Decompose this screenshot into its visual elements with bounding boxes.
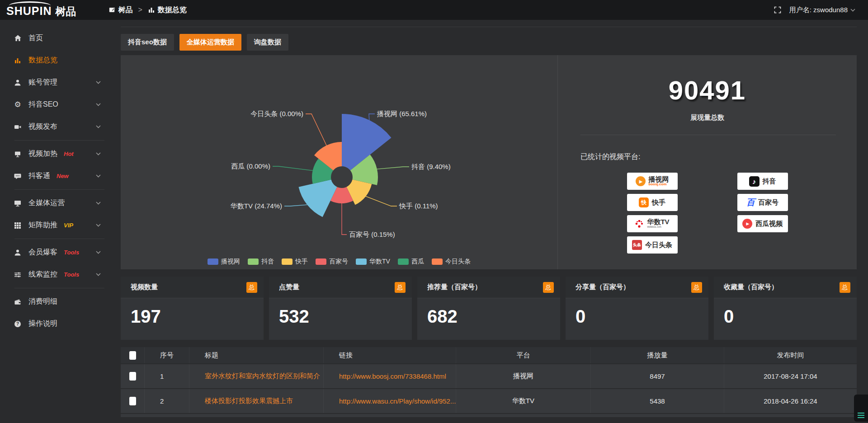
user-menu[interactable]: 用户名: zswodun88	[789, 6, 855, 14]
legend-item[interactable]: 快手	[282, 258, 308, 266]
chart-legend: 播视网 抖音 快手 百家号	[121, 258, 557, 266]
sidebar-item[interactable]: ? 操作说明	[0, 313, 119, 335]
topbar-right: 用户名: zswodun88	[774, 6, 855, 14]
header-divider	[121, 20, 857, 27]
chevron-down-icon	[96, 81, 101, 84]
service-widget[interactable]	[854, 395, 868, 422]
legend-swatch	[356, 258, 367, 265]
legend-item[interactable]: 今日头条	[432, 258, 471, 266]
chevron-down-icon	[96, 224, 101, 227]
top-bar: SHUPIN 树品 树品 > 数据总览 用户名: zswodun88	[0, 0, 868, 20]
table-row: 1 室外水纹灯和室内水纹灯的区别和简介 http://www.boosj.com…	[121, 364, 857, 388]
sidebar-item[interactable]: 账号管理	[0, 71, 119, 94]
sidebar-item-label: 视频发布	[28, 122, 57, 132]
total-badge[interactable]: 总	[246, 282, 257, 293]
table-header-row: 序号 标题 链接 平台 播放量 发布时间	[121, 347, 857, 363]
stat-card-title: 分享量（百家号）	[576, 283, 630, 291]
sidebar-item[interactable]: 视频加热 Hot	[0, 143, 119, 165]
cell-title-link[interactable]: 室外水纹灯和室内水纹灯的区别和简介	[189, 364, 324, 388]
tab[interactable]: 全媒体运营数据	[179, 34, 241, 51]
stat-card: 收藏量（百家号） 总 0	[714, 277, 857, 340]
column-header: 平台	[456, 347, 591, 363]
tab[interactable]: 询盘数据	[247, 34, 288, 51]
sidebar-item-label: 会员爆客	[28, 248, 57, 257]
cell-title-link[interactable]: 楼体投影灯投影效果震撼上市	[189, 389, 324, 413]
total-badge[interactable]: 总	[395, 282, 406, 293]
legend-label: 播视网	[221, 258, 240, 266]
platform-badge: 快 快手	[627, 194, 678, 211]
stat-card-title: 收藏量（百家号）	[724, 283, 778, 291]
legend-label: 百家号	[329, 258, 348, 266]
legend-swatch	[398, 258, 409, 265]
video-camera-icon	[14, 123, 22, 131]
column-header: 标题	[189, 347, 324, 363]
chevron-down-icon	[96, 125, 101, 128]
xigua-logo: ▶	[742, 219, 752, 229]
sidebar-item[interactable]: 数据总览	[0, 49, 119, 71]
chevron-down-icon	[96, 251, 101, 254]
sidebar-item-label: 视频加热	[28, 149, 57, 159]
platform-badge: 华数TV wasu.cn	[627, 215, 678, 232]
legend-item[interactable]: 抖音	[248, 258, 274, 266]
fullscreen-icon[interactable]	[774, 6, 781, 14]
chart-panel: 播视网 (65.61%)抖音 (9.40%)快手 (0.11%)百家号 (0.1…	[121, 55, 857, 269]
sidebar-item[interactable]: 抖客通 New	[0, 165, 119, 187]
total-badge[interactable]: 总	[543, 282, 554, 293]
cell-time: 2018-04-26 16:24	[724, 389, 857, 413]
sidebar-item[interactable]: 消费明细	[0, 291, 119, 313]
home-icon	[14, 34, 22, 42]
platform-badge: ▶ 西瓜视频	[737, 215, 788, 232]
legend-item[interactable]: 播视网	[208, 258, 240, 266]
sidebar-item-label: 矩阵助推	[28, 221, 57, 230]
chevron-down-icon	[96, 202, 101, 205]
sidebar-item[interactable]: 视频发布	[0, 116, 119, 138]
breadcrumb-item[interactable]: 树品	[108, 5, 132, 15]
legend-label: 今日头条	[445, 258, 471, 266]
total-badge[interactable]: 总	[691, 282, 702, 293]
breadcrumb-item[interactable]: 数据总览	[148, 5, 187, 15]
legend-item[interactable]: 华数TV	[356, 258, 390, 266]
platform-label: 快手	[652, 199, 665, 206]
sidebar-item[interactable]: 首页	[0, 27, 119, 49]
legend-item[interactable]: 百家号	[316, 258, 348, 266]
cell-plays: 8497	[591, 364, 724, 388]
sidebar-item[interactable]: 矩阵助推 VIP	[0, 214, 119, 236]
sidebar-item[interactable]: 会员爆客 Tools	[0, 241, 119, 263]
sidebar-item-label: 首页	[28, 33, 43, 43]
data-tabs: 抖音seo数据 全媒体运营数据 询盘数据	[121, 34, 857, 51]
logo-text-cn: 树品	[55, 5, 76, 19]
row-checkbox[interactable]	[129, 372, 136, 381]
sidebar-item-label: 消费明细	[28, 297, 57, 306]
legend-label: 抖音	[261, 258, 274, 266]
platforms-column-right: ♪ 抖音 百 百家号	[737, 173, 788, 254]
sidebar-item-badge: Hot	[64, 150, 74, 157]
breadcrumb-label: 树品	[118, 5, 132, 15]
legend-swatch	[248, 258, 259, 265]
breadcrumb-separator: >	[138, 6, 142, 14]
stat-card: 视频数量 总 197	[121, 277, 264, 340]
summary-divider	[580, 135, 836, 135]
board-icon	[108, 7, 115, 14]
username-label: 用户名: zswodun88	[789, 6, 848, 14]
stat-cards: 视频数量 总 197 点赞量 总 532 推荐量（百家号） 总 682	[121, 277, 857, 340]
cell-url-link[interactable]: http://www.wasu.cn/Play/show/id/952...	[324, 389, 456, 413]
sidebar-item[interactable]: ⚙ 抖音SEO	[0, 94, 119, 116]
stat-card: 分享量（百家号） 总 0	[566, 277, 708, 340]
total-badge[interactable]: 总	[840, 282, 850, 293]
chevron-down-icon	[850, 9, 855, 12]
platforms-column-left: ▶ 播视网 boosj.com 快 快手	[627, 173, 678, 254]
platform-badge: 头条 今日头条	[627, 236, 678, 254]
breadcrumb: 树品 > 数据总览	[108, 5, 186, 15]
sidebar-item[interactable]: 线索监控 Tools	[0, 263, 119, 286]
platform-badge: 百 百家号	[737, 194, 788, 211]
legend-label: 华数TV	[369, 258, 390, 266]
svg-text:今日头条 (0.00%): 今日头条 (0.00%)	[250, 110, 303, 118]
select-all-checkbox[interactable]	[129, 351, 136, 360]
cell-url-link[interactable]: http://www.boosj.com/7338468.html	[324, 364, 456, 388]
tab[interactable]: 抖音seo数据	[121, 34, 174, 51]
legend-item[interactable]: 西瓜	[398, 258, 424, 266]
stat-card-title: 推荐量（百家号）	[427, 283, 481, 291]
legend-swatch	[208, 258, 218, 265]
row-checkbox[interactable]	[129, 397, 136, 405]
sidebar-item[interactable]: 全媒体运营	[0, 192, 119, 214]
